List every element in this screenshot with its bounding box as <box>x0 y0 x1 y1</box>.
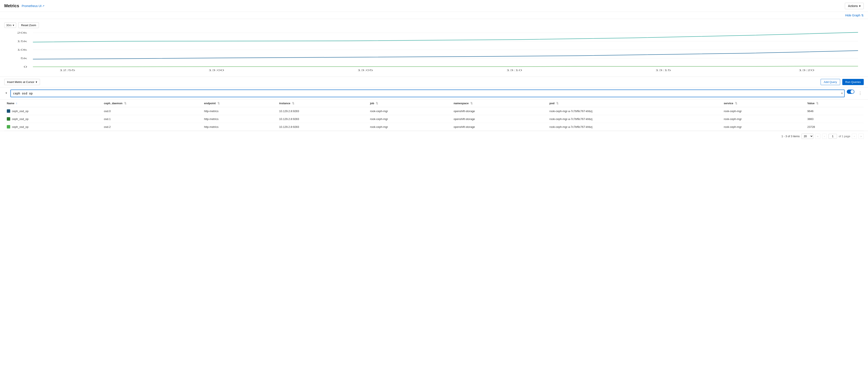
cell-ceph-daemon: osd.1 <box>101 115 202 123</box>
query-options-button[interactable]: ⋮ <box>857 89 864 97</box>
svg-text:12:55: 12:55 <box>59 69 75 72</box>
svg-text:13:00: 13:00 <box>208 69 224 72</box>
cell-ceph-daemon: osd.0 <box>101 107 202 115</box>
name-value: ceph_osd_op <box>12 125 29 129</box>
cell-instance: 10.129.2.8:9283 <box>277 123 368 131</box>
prometheus-link-text: Prometheus UI <box>22 4 41 8</box>
insert-metric-button[interactable]: Insert Metric at Cursor ▾ <box>4 79 40 85</box>
row-color-swatch <box>7 109 10 113</box>
query-action-buttons: Add Query Run Queries <box>820 79 864 85</box>
hide-graph-button[interactable]: Hide Graph ⇅ <box>845 13 864 17</box>
cell-namespace: openshift-storage <box>451 123 547 131</box>
results-table: Name ↑ ceph_daemon ⇅ endpoint ⇅ instance… <box>4 100 864 131</box>
cell-job: rook-ceph-mgr <box>368 115 451 123</box>
time-range-chevron-icon: ▾ <box>13 24 14 27</box>
cell-service: rook-ceph-mgr <box>721 115 805 123</box>
endpoint-sort-icon: ⇅ <box>217 102 220 105</box>
name-sort-icon: ↑ <box>16 102 18 105</box>
pod-sort-icon: ⇅ <box>556 102 559 105</box>
chart-area: 20k 15k 10k 5k 0 12:55 13:00 13:05 13:10… <box>4 31 864 73</box>
cell-name: ceph_osd_op <box>4 107 101 115</box>
page-title: Metrics <box>4 3 19 8</box>
col-instance[interactable]: instance ⇅ <box>277 100 368 107</box>
cell-service: rook-ceph-mgr <box>721 123 805 131</box>
cell-value: 3883 <box>805 115 864 123</box>
cell-pod: rook-ceph-mgr-a-7c7bf9c767-khbzj <box>547 107 721 115</box>
row-color-swatch <box>7 117 10 121</box>
collapse-icon: ▾ <box>5 91 7 95</box>
page-size-select[interactable]: 20 50 100 <box>802 134 813 139</box>
cell-namespace: openshift-storage <box>451 107 547 115</box>
namespace-sort-icon: ⇅ <box>470 102 473 105</box>
insert-metric-label: Insert Metric at Cursor <box>7 80 34 84</box>
cell-job: rook-ceph-mgr <box>368 123 451 131</box>
svg-text:0: 0 <box>24 65 27 68</box>
col-ceph-daemon[interactable]: ceph_daemon ⇅ <box>101 100 202 107</box>
actions-button[interactable]: Actions ▾ <box>845 3 864 9</box>
svg-text:15k: 15k <box>17 40 27 43</box>
name-value: ceph_osd_op <box>12 110 29 113</box>
table-header: Name ↑ ceph_daemon ⇅ endpoint ⇅ instance… <box>4 100 864 107</box>
col-service[interactable]: service ⇅ <box>721 100 805 107</box>
pagination-bar: 1 - 3 of 3 items 20 50 100 « ‹ of 1 page… <box>0 131 868 141</box>
col-job[interactable]: job ⇅ <box>368 100 451 107</box>
instance-sort-icon: ⇅ <box>292 102 294 105</box>
cell-endpoint: http-metrics <box>202 107 277 115</box>
table-row: ceph_osd_op osd.0 http-metrics 10.129.2.… <box>4 107 864 115</box>
svg-text:10k: 10k <box>17 49 27 51</box>
name-value: ceph_osd_op <box>12 117 29 121</box>
svg-text:13:10: 13:10 <box>506 69 522 72</box>
cell-instance: 10.129.2.8:9283 <box>277 115 368 123</box>
time-range-select[interactable]: 30m ▾ <box>4 23 16 28</box>
cell-value: 9646 <box>805 107 864 115</box>
ceph-daemon-sort-icon: ⇅ <box>124 102 126 105</box>
cell-endpoint: http-metrics <box>202 123 277 131</box>
svg-text:20k: 20k <box>17 31 27 34</box>
cell-service: rook-ceph-mgr <box>721 107 805 115</box>
clear-query-button[interactable]: × <box>841 91 843 95</box>
service-sort-icon: ⇅ <box>735 102 737 105</box>
next-page-button[interactable]: › <box>852 134 857 139</box>
cell-ceph-daemon: osd.2 <box>101 123 202 131</box>
table-row: ceph_osd_op osd.1 http-metrics 10.129.2.… <box>4 115 864 123</box>
row-color-swatch <box>7 125 10 129</box>
graph-container: 30m ▾ Reset Zoom 20k 15k 10k 5k 0 12:55 … <box>0 19 868 77</box>
query-toggle <box>847 89 855 94</box>
reset-zoom-button[interactable]: Reset Zoom <box>18 22 39 28</box>
run-queries-button[interactable]: Run Queries <box>842 79 864 85</box>
cell-namespace: openshift-storage <box>451 115 547 123</box>
query-enabled-toggle[interactable] <box>847 89 855 94</box>
col-namespace[interactable]: namespace ⇅ <box>451 100 547 107</box>
collapse-query-button[interactable]: ▾ <box>4 89 8 96</box>
cell-pod: rook-ceph-mgr-a-7c7bf9c767-khbzj <box>547 115 721 123</box>
prometheus-link[interactable]: Prometheus UI ↗ <box>22 4 44 8</box>
cell-pod: rook-ceph-mgr-a-7c7bf9c767-khbzj <box>547 123 721 131</box>
pagination-summary: 1 - 3 of 3 items <box>781 135 800 138</box>
cell-endpoint: http-metrics <box>202 115 277 123</box>
col-name[interactable]: Name ↑ <box>4 100 101 107</box>
cell-name: ceph_osd_op <box>4 123 101 131</box>
time-range-value: 30m <box>6 24 11 27</box>
chart-svg: 20k 15k 10k 5k 0 12:55 13:00 13:05 13:10… <box>4 31 864 73</box>
first-page-button[interactable]: « <box>815 134 820 139</box>
last-page-button[interactable]: » <box>859 134 864 139</box>
cell-job: rook-ceph-mgr <box>368 107 451 115</box>
results-table-container: Name ↑ ceph_daemon ⇅ endpoint ⇅ instance… <box>0 100 868 131</box>
graph-controls: 30m ▾ Reset Zoom <box>4 22 864 28</box>
prev-page-button[interactable]: ‹ <box>822 134 827 139</box>
query-input[interactable] <box>10 89 845 97</box>
col-pod[interactable]: pod ⇅ <box>547 100 721 107</box>
external-link-icon: ↗ <box>42 4 44 7</box>
job-sort-icon: ⇅ <box>376 102 378 105</box>
hide-graph-icon: ⇅ <box>861 13 864 17</box>
col-endpoint[interactable]: endpoint ⇅ <box>202 100 277 107</box>
page-number-input[interactable] <box>829 134 837 139</box>
cell-instance: 10.129.2.8:9283 <box>277 107 368 115</box>
add-query-button[interactable]: Add Query <box>820 79 840 85</box>
header-left: Metrics Prometheus UI ↗ <box>4 3 44 8</box>
svg-text:5k: 5k <box>21 57 27 60</box>
cell-value: 23728 <box>805 123 864 131</box>
hide-graph-label: Hide Graph <box>845 13 860 17</box>
value-sort-icon: ⇅ <box>816 102 818 105</box>
col-value[interactable]: Value ⇅ <box>805 100 864 107</box>
